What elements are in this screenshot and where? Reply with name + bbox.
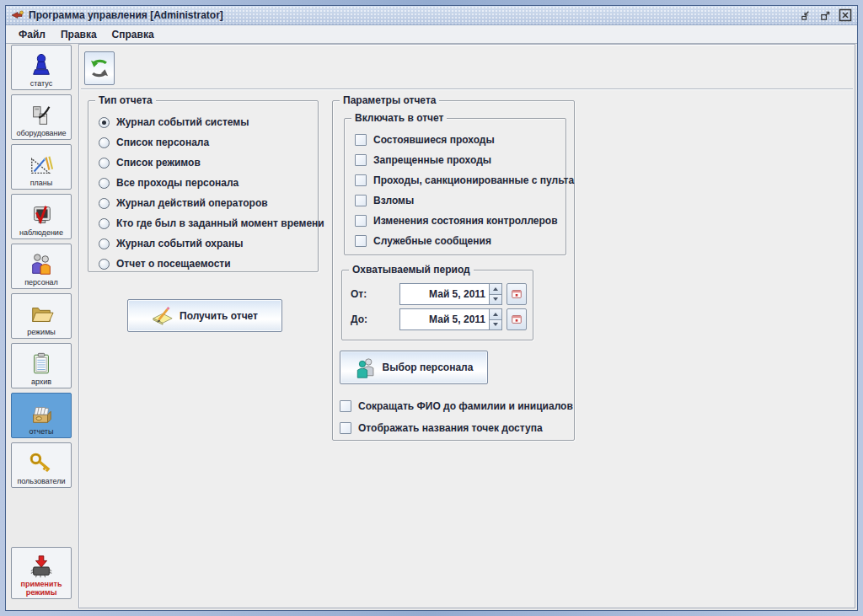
radio-icon <box>99 198 110 209</box>
include-title: Включать в отчет <box>351 112 447 125</box>
sidebar-item-personnel[interactable]: персонал <box>11 244 72 289</box>
include-option[interactable]: Взломы <box>355 194 555 207</box>
checkbox-icon <box>340 400 351 412</box>
note-pencil-icon <box>152 305 174 327</box>
archive-icon <box>29 351 54 377</box>
report-type-option[interactable]: Журнал событий охраны <box>99 237 308 250</box>
report-type-option[interactable]: Кто где был в заданный момент времени <box>99 217 308 230</box>
status-icon <box>29 53 54 78</box>
checkbox-icon <box>355 215 367 227</box>
show-access-points-option[interactable]: Отображать названия точек доступа <box>340 421 543 435</box>
titlebar[interactable]: Программа управления [Administrator] <box>6 6 857 25</box>
window-title: Программа управления [Administrator] <box>29 9 223 21</box>
report-type-option[interactable]: Список персонала <box>99 136 308 149</box>
menu-help[interactable]: Справка <box>105 26 162 43</box>
include-option[interactable]: Запрещенные проходы <box>355 153 555 167</box>
toolbar-separator <box>81 88 853 90</box>
include-option[interactable]: Состоявшиеся проходы <box>355 133 555 147</box>
maximize-icon <box>819 9 832 22</box>
checkbox-icon <box>355 235 367 247</box>
include-group: Включать в отчет Состоявшиеся проходы За… <box>344 118 566 255</box>
period-to-label: До: <box>351 313 399 325</box>
checkbox-icon <box>340 422 351 434</box>
close-button[interactable] <box>838 8 852 23</box>
date-from-value[interactable]: Май 5, 2011 <box>399 283 489 305</box>
radio-icon <box>99 238 110 249</box>
refresh-icon <box>88 56 111 80</box>
select-personnel-button[interactable]: Выбор персонала <box>340 351 488 384</box>
users-icon <box>29 451 54 476</box>
report-type-group: Тип отчета Журнал событий системы Список… <box>88 100 319 272</box>
menu-edit[interactable]: Правка <box>53 26 105 43</box>
refresh-button[interactable] <box>84 51 115 85</box>
main-panel: Тип отчета Журнал событий системы Список… <box>78 44 855 608</box>
iconify-icon <box>800 9 812 22</box>
checkbox-icon <box>355 195 367 206</box>
select-personnel-label: Выбор персонала <box>383 362 474 373</box>
spinner-up-button[interactable] <box>489 283 502 295</box>
apply-modes-button[interactable]: применить режимы <box>11 547 72 599</box>
app-logo-icon <box>11 8 24 22</box>
calendar-from-button[interactable] <box>507 283 527 305</box>
sidebar-item-archive[interactable]: архив <box>11 343 72 388</box>
radio-icon <box>99 158 110 169</box>
two-people-icon <box>355 356 377 378</box>
spinner-up-button[interactable] <box>489 308 502 320</box>
get-report-button[interactable]: Получить отчет <box>127 299 282 332</box>
modes-icon <box>29 302 54 327</box>
include-option[interactable]: Служебные сообщения <box>355 234 555 248</box>
menu-file[interactable]: Файл <box>11 26 53 43</box>
report-type-option[interactable]: Все проходы персонала <box>99 176 308 190</box>
include-option[interactable]: Изменения состояния контроллеров <box>355 214 555 228</box>
menubar: Файл Правка Справка <box>6 25 857 44</box>
report-type-option[interactable]: Отчет о посещаемости <box>99 257 308 271</box>
iconify-button[interactable] <box>799 8 813 23</box>
sidebar-item-reports[interactable]: отчеты <box>11 393 72 438</box>
report-params-group: Параметры отчета Включать в отчет Состоя… <box>332 100 575 441</box>
period-title: Охватываемый период <box>349 264 474 276</box>
close-icon <box>839 8 852 22</box>
calendar-icon <box>510 288 523 300</box>
surveillance-icon <box>29 202 54 228</box>
date-from-spinner[interactable]: Май 5, 2011 <box>399 283 527 305</box>
sidebar-item-surveillance[interactable]: наблюдение <box>11 194 72 239</box>
report-params-title: Параметры отчета <box>340 94 439 107</box>
window-inner: Программа управления [Administrator] <box>5 5 858 611</box>
sidebar-item-status[interactable]: статус <box>11 45 72 90</box>
spinner-down-button[interactable] <box>489 320 502 331</box>
radio-icon <box>99 117 110 128</box>
app-window: Программа управления [Administrator] <box>0 0 863 616</box>
date-to-value[interactable]: Май 5, 2011 <box>399 308 489 330</box>
sidebar-item-equipment[interactable]: оборудование <box>11 94 72 140</box>
period-group: Охватываемый период От: Май 5, 2011 <box>341 270 533 340</box>
checkbox-icon <box>355 134 367 146</box>
sidebar-item-modes[interactable]: режимы <box>11 293 72 339</box>
radio-icon <box>99 259 110 270</box>
sidebar-item-plans[interactable]: планы <box>11 144 72 190</box>
period-from-label: От: <box>351 288 399 300</box>
maximize-button[interactable] <box>818 8 833 23</box>
report-type-title: Тип отчета <box>95 94 156 107</box>
shorten-name-option[interactable]: Сокращать ФИО до фамилии и инициалов <box>340 399 573 413</box>
radio-icon <box>99 178 110 189</box>
reports-icon <box>29 401 54 426</box>
report-type-option[interactable]: Журнал событий системы <box>99 115 308 129</box>
sidebar: статус оборудование <box>9 44 78 608</box>
sidebar-item-users[interactable]: пользователи <box>11 442 72 488</box>
report-type-option[interactable]: Список режимов <box>99 156 308 169</box>
content-area: статус оборудование <box>6 44 857 610</box>
include-option[interactable]: Проходы, санкционированные с пульта <box>355 174 555 187</box>
calendar-icon <box>510 313 523 325</box>
personnel-icon <box>29 252 54 277</box>
plans-icon <box>29 153 54 178</box>
checkbox-icon <box>355 154 367 166</box>
report-type-option[interactable]: Журнал действий операторов <box>99 196 308 210</box>
checkbox-icon <box>355 174 367 186</box>
get-report-label: Получить отчет <box>180 310 258 322</box>
date-to-spinner[interactable]: Май 5, 2011 <box>399 308 527 330</box>
equipment-icon <box>29 103 54 128</box>
spinner-down-button[interactable] <box>489 295 502 306</box>
radio-icon <box>99 218 110 229</box>
chip-apply-icon <box>29 554 54 579</box>
calendar-to-button[interactable] <box>507 308 527 330</box>
